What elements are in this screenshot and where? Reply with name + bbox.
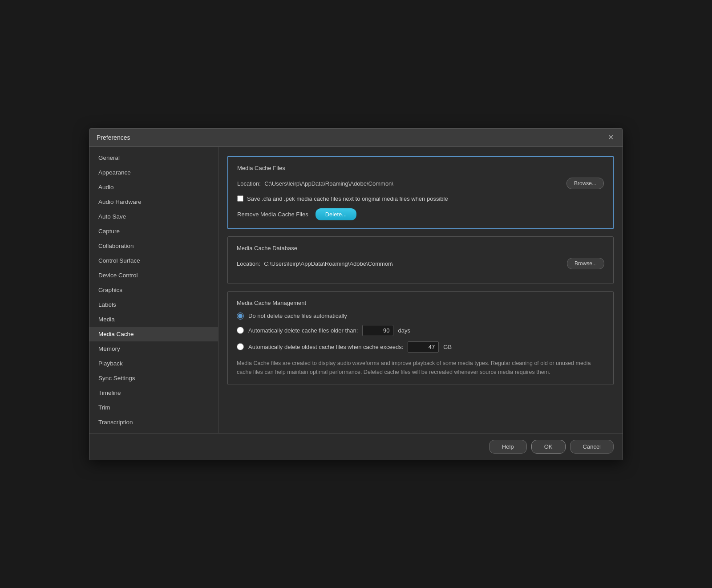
dialog-footer: Help OK Cancel [89,433,623,460]
main-content: Media Cache Files Location: C:\Users\lei… [218,147,623,433]
sidebar-item-media-cache[interactable]: Media Cache [89,327,218,341]
save-cache-label: Save .cfa and .pek media cache files nex… [247,195,448,202]
sidebar-item-playback[interactable]: Playback [89,356,218,371]
dialog-title: Preferences [97,134,130,141]
days-unit-label: days [398,327,410,334]
dialog-body: General Appearance Audio Audio Hardware … [89,147,623,433]
sidebar-item-collaboration[interactable]: Collaboration [89,239,218,253]
db-location-label: Location: [237,260,260,267]
sidebar-item-auto-save[interactable]: Auto Save [89,209,218,224]
cache-files-location-row: Location: C:\Users\leirp\AppData\Roaming… [237,178,604,189]
location-label: Location: [237,180,261,187]
title-bar: Preferences ✕ [89,129,623,147]
sidebar-item-audio[interactable]: Audio [89,180,218,195]
sidebar-item-appearance[interactable]: Appearance [89,165,218,180]
radio-do-not-delete-label: Do not delete cache files automatically [248,312,347,319]
cache-db-location-text: Location: C:\Users\leirp\AppData\Roaming… [237,260,393,268]
preferences-dialog: Preferences ✕ General Appearance Audio A… [89,128,623,460]
media-cache-management-section: Media Cache Management Do not delete cac… [227,291,614,385]
sidebar-item-labels[interactable]: Labels [89,297,218,312]
media-cache-files-section: Media Cache Files Location: C:\Users\lei… [227,156,614,229]
sidebar-item-trim[interactable]: Trim [89,400,218,415]
sidebar-item-capture[interactable]: Capture [89,224,218,239]
close-button[interactable]: ✕ [606,133,615,142]
sidebar-item-audio-hardware[interactable]: Audio Hardware [89,195,218,209]
gb-unit-label: GB [443,344,452,350]
save-cache-checkbox-row: Save .cfa and .pek media cache files nex… [237,195,604,202]
radio-auto-delete-older-label: Automatically delete cache files older t… [248,327,358,334]
radio-auto-delete-older[interactable] [237,327,244,334]
cache-db-browse-button[interactable]: Browse... [567,258,604,269]
sidebar-item-control-surface[interactable]: Control Surface [89,253,218,268]
radio-do-not-delete-row: Do not delete cache files automatically [237,312,604,320]
media-cache-database-section: Media Cache Database Location: C:\Users\… [227,236,614,284]
cache-db-location-row: Location: C:\Users\leirp\AppData\Roaming… [237,258,604,269]
media-cache-files-title: Media Cache Files [237,165,604,171]
radio-auto-delete-exceeds-row: Automatically delete oldest cache files … [237,341,604,353]
media-cache-database-title: Media Cache Database [237,245,604,251]
radio-do-not-delete[interactable] [237,312,244,320]
sidebar-item-device-control[interactable]: Device Control [89,268,218,283]
sidebar-item-media[interactable]: Media [89,312,218,327]
radio-auto-delete-exceeds-label: Automatically delete oldest cache files … [248,344,403,350]
sidebar-item-graphics[interactable]: Graphics [89,283,218,297]
sidebar-item-general[interactable]: General [89,150,218,165]
cache-management-radio-group: Do not delete cache files automatically … [237,312,604,353]
save-cache-checkbox[interactable] [237,195,243,202]
sidebar-item-transcription[interactable]: Transcription [89,415,218,430]
media-cache-management-title: Media Cache Management [237,300,604,306]
days-value-input[interactable] [362,325,393,336]
help-button[interactable]: Help [489,440,527,454]
cache-files-location-text: Location: C:\Users\leirp\AppData\Roaming… [237,179,393,187]
sidebar-item-timeline[interactable]: Timeline [89,385,218,400]
info-text: Media Cache files are created to display… [237,359,604,377]
delete-button[interactable]: Delete... [316,208,356,220]
sidebar-item-memory[interactable]: Memory [89,341,218,356]
radio-auto-delete-exceeds[interactable] [237,343,244,350]
cache-files-path: C:\Users\leirp\AppData\Roaming\Adobe\Com… [264,180,393,187]
gb-value-input[interactable] [408,341,439,353]
ok-button[interactable]: OK [531,440,566,454]
cache-files-browse-button[interactable]: Browse... [566,178,604,189]
sidebar: General Appearance Audio Audio Hardware … [89,147,218,433]
sidebar-item-sync-settings[interactable]: Sync Settings [89,371,218,385]
db-location-path: C:\Users\leirp\AppData\Roaming\Adobe\Com… [264,260,393,267]
cancel-button[interactable]: Cancel [570,440,614,454]
remove-cache-label: Remove Media Cache Files [237,211,308,218]
remove-cache-row: Remove Media Cache Files Delete... [237,208,604,220]
radio-auto-delete-older-row: Automatically delete cache files older t… [237,325,604,336]
